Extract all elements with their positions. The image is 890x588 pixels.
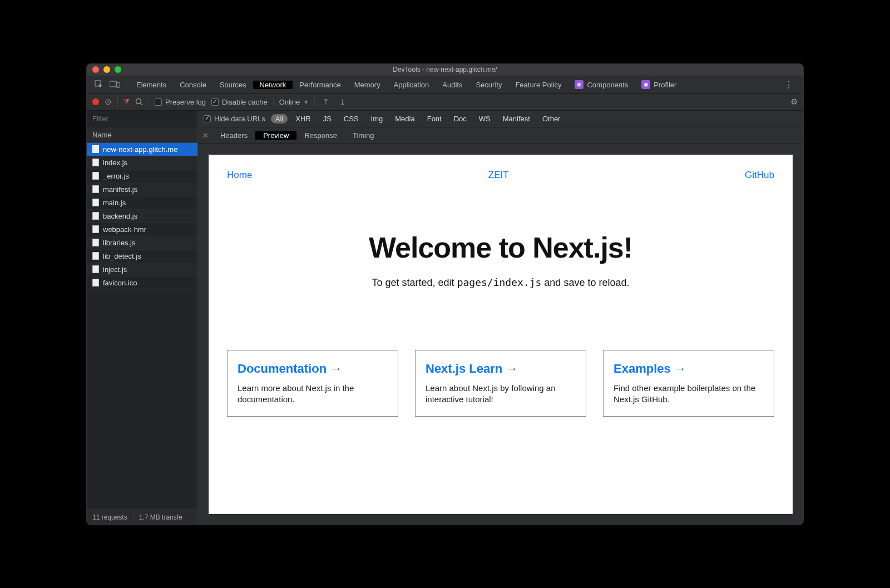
request-name: backend.js	[103, 212, 137, 220]
tab-profiler[interactable]: ⚛Profiler	[635, 80, 683, 89]
titlebar: DevTools - new-next-app.glitch.me/	[87, 64, 803, 76]
request-row[interactable]: backend.js	[87, 210, 197, 223]
filter-row: Hide data URLs AllXHRJSCSSImgMediaFontDo…	[87, 111, 803, 127]
preserve-log-checkbox[interactable]: Preserve log	[155, 98, 206, 106]
tab-elements[interactable]: Elements	[130, 81, 173, 89]
preview-card[interactable]: Examples →Find other example boilerplate…	[603, 350, 774, 417]
more-menu-icon[interactable]: ⋮	[779, 80, 799, 90]
card-title: Next.js Learn →	[426, 362, 576, 376]
filter-input[interactable]	[87, 111, 198, 127]
filter-type-media[interactable]: Media	[390, 114, 419, 123]
panel-tabs: ElementsConsoleSourcesNetworkPerformance…	[87, 76, 803, 94]
tab-console[interactable]: Console	[173, 81, 213, 89]
inspect-icon[interactable]	[91, 77, 107, 92]
settings-icon[interactable]: ⚙	[790, 97, 798, 107]
filter-type-all[interactable]: All	[271, 114, 288, 123]
document-icon	[92, 279, 99, 286]
divider	[149, 97, 149, 107]
react-icon: ⚛	[575, 80, 584, 89]
request-row[interactable]: libraries.js	[87, 236, 197, 250]
filter-type-doc[interactable]: Doc	[449, 114, 471, 123]
tab-sources[interactable]: Sources	[213, 81, 253, 89]
filter-type-manifest[interactable]: Manifest	[498, 114, 535, 123]
request-name: main.js	[103, 199, 126, 207]
request-name: index.js	[103, 159, 127, 167]
window-title: DevTools - new-next-app.glitch.me/	[87, 66, 803, 73]
name-column-header[interactable]: Name	[87, 127, 197, 143]
record-icon[interactable]	[92, 98, 99, 105]
nav-link-zeit[interactable]: ZEIT	[488, 170, 509, 181]
document-icon	[92, 159, 99, 166]
preview-subtitle: To get started, edit pages/index.js and …	[227, 276, 774, 289]
filter-type-other[interactable]: Other	[538, 114, 565, 123]
hide-data-urls-input[interactable]	[204, 115, 211, 122]
tab-feature-policy[interactable]: Feature Policy	[508, 81, 568, 89]
preview-nav: Home ZEIT GitHub	[227, 170, 774, 181]
svg-point-3	[136, 99, 141, 104]
request-row[interactable]: lib_detect.js	[87, 250, 197, 263]
preview-shell: Home ZEIT GitHub Welcome to Next.js! To …	[198, 144, 803, 525]
disable-cache-checkbox[interactable]: Disable cache	[211, 98, 268, 106]
tab-memory[interactable]: Memory	[348, 81, 387, 89]
request-row[interactable]: webpack-hmr	[87, 223, 197, 236]
filter-type-font[interactable]: Font	[423, 114, 446, 123]
hide-data-urls-checkbox[interactable]: Hide data URLs	[204, 115, 265, 123]
request-row[interactable]: main.js	[87, 196, 197, 210]
card-body: Learn about Next.js by following an inte…	[426, 383, 576, 406]
request-row[interactable]: manifest.js	[87, 183, 197, 196]
tab-security[interactable]: Security	[469, 81, 508, 89]
detail-tab-headers[interactable]: Headers	[212, 131, 255, 140]
preview-card[interactable]: Documentation →Learn more about Next.js …	[227, 350, 398, 417]
tab-performance[interactable]: Performance	[293, 81, 347, 89]
preserve-log-input[interactable]	[155, 98, 162, 106]
filter-type-ws[interactable]: WS	[474, 114, 495, 123]
device-toolbar-icon[interactable]	[107, 77, 122, 92]
document-icon	[92, 252, 99, 260]
request-name: inject.js	[103, 265, 127, 274]
preview-sub-code: pages/index.js	[457, 276, 542, 288]
detail-tab-timing[interactable]: Timing	[345, 131, 382, 140]
divider	[126, 80, 126, 90]
tab-components[interactable]: ⚛Components	[568, 80, 635, 89]
svg-rect-2	[117, 82, 120, 87]
tab-audits[interactable]: Audits	[436, 81, 469, 89]
preview-card[interactable]: Next.js Learn →Learn about Next.js by fo…	[415, 350, 586, 417]
download-har-icon[interactable]: ⤓	[337, 97, 348, 106]
filter-type-css[interactable]: CSS	[339, 114, 363, 123]
tab-label: Profiler	[654, 81, 676, 89]
divider	[117, 97, 118, 107]
disable-cache-input[interactable]	[211, 98, 219, 106]
status-transfer: 1.7 MB transfe	[139, 513, 182, 521]
nav-link-github[interactable]: GitHub	[745, 170, 774, 181]
detail-tab-preview[interactable]: Preview	[255, 131, 296, 140]
upload-har-icon[interactable]: ⤒	[320, 97, 332, 106]
clear-icon[interactable]: ⊘	[105, 97, 112, 107]
request-row[interactable]: inject.js	[87, 263, 197, 276]
request-row[interactable]: favicon.ico	[87, 276, 197, 290]
request-row[interactable]: new-next-app.glitch.me	[87, 143, 197, 156]
detail-tab-response[interactable]: Response	[296, 131, 345, 140]
nav-link-home[interactable]: Home	[227, 170, 252, 181]
request-row[interactable]: _error.js	[87, 170, 197, 183]
filter-type-js[interactable]: JS	[319, 114, 336, 123]
document-icon	[92, 265, 99, 273]
preview-heading: Welcome to Next.js!	[227, 231, 774, 264]
hide-data-urls-label: Hide data URLs	[214, 115, 265, 123]
request-name: favicon.ico	[103, 279, 137, 287]
tab-application[interactable]: Application	[387, 81, 436, 89]
devtools-window: DevTools - new-next-app.glitch.me/ Eleme…	[86, 63, 804, 525]
throttling-select[interactable]: Online ▼	[273, 98, 315, 106]
request-row[interactable]: index.js	[87, 156, 197, 170]
request-name: manifest.js	[103, 185, 137, 194]
filter-type-xhr[interactable]: XHR	[291, 114, 315, 123]
throttling-value: Online	[279, 98, 300, 106]
preview-document: Home ZEIT GitHub Welcome to Next.js! To …	[208, 154, 793, 515]
tab-network[interactable]: Network	[253, 81, 293, 89]
filter-type-img[interactable]: Img	[367, 114, 388, 123]
request-name: webpack-hmr	[103, 225, 146, 234]
body: Name new-next-app.glitch.meindex.js_erro…	[87, 127, 803, 525]
search-icon[interactable]	[135, 98, 143, 106]
close-detail-icon[interactable]: ✕	[198, 131, 212, 140]
preview-sub-pre: To get started, edit	[372, 277, 457, 288]
filter-icon[interactable]: ⧩	[123, 97, 130, 106]
